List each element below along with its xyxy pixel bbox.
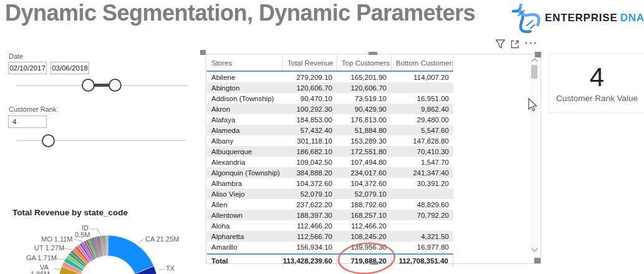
table-cell[interactable]: 48,829.60	[391, 201, 453, 208]
table-row[interactable]: Addison (Township)90,470.1073,519.1016,9…	[207, 93, 453, 104]
table-row[interactable]: Alpharetta112,566.70108,245.204,321.50	[207, 231, 453, 242]
table-cell[interactable]: Aloha	[207, 222, 282, 230]
table-cell[interactable]: Allentown	[207, 212, 282, 219]
table-cell[interactable]: 165,201.90	[337, 74, 391, 81]
selection-handle-top-middle[interactable]	[368, 52, 377, 55]
date-slider-handle-start[interactable]	[82, 79, 95, 92]
table-row[interactable]: Allentown188,397.30168,257.1070,792.20	[207, 210, 453, 220]
rank-value-input[interactable]	[8, 115, 47, 128]
table-cell[interactable]: Albany	[207, 137, 282, 145]
table-cell[interactable]: 90,470.10	[282, 95, 337, 102]
table-cell[interactable]: 176,813.00	[337, 116, 391, 124]
table-cell[interactable]: 73,519.10	[337, 95, 391, 102]
table-cell[interactable]: 5,547.60	[391, 127, 453, 134]
selection-handle-top-left[interactable]	[200, 50, 206, 55]
table-row[interactable]: Allen237,622.20188,792.6048,829.60	[207, 199, 453, 210]
table-cell[interactable]: Alameda	[207, 127, 282, 134]
table-cell[interactable]: 168,257.10	[337, 212, 391, 219]
table-cell[interactable]: Abington	[207, 84, 282, 92]
table-cell[interactable]: Aliso Viejo	[207, 190, 282, 198]
table-cell[interactable]: 153,289.30	[337, 137, 391, 145]
table-cell[interactable]: 241,347.40	[391, 169, 453, 177]
table-cell[interactable]: 279,209.10	[282, 74, 337, 81]
table-cell[interactable]: 237,622.20	[282, 201, 337, 208]
table-cell[interactable]: 112,466.20	[337, 222, 391, 230]
date-slider-handle-end[interactable]	[108, 79, 122, 92]
table-cell[interactable]: 30,391.20	[391, 180, 453, 187]
table-cell[interactable]: 4,321.50	[391, 233, 453, 240]
table-row[interactable]: Alexandria109,042.50107,494.801,547.70	[207, 157, 453, 167]
column-header[interactable]: Bottom Customers	[391, 55, 453, 71]
table-cell[interactable]: 104,372.60	[282, 180, 337, 187]
table-cell[interactable]: 107,494.80	[337, 159, 391, 166]
table-cell[interactable]: 234,017.60	[337, 169, 391, 177]
table-row[interactable]: Amarillo156,934.10139,956.3016,977.80	[207, 242, 453, 252]
table-cell[interactable]: 188,397.30	[282, 212, 337, 219]
table-cell[interactable]: 52,079.10	[282, 190, 337, 198]
table-row[interactable]: Aliso Viejo52,079.1052,079.10	[207, 188, 453, 199]
table-cell[interactable]: Abilene	[207, 74, 282, 81]
table-cell[interactable]: 384,888.20	[282, 169, 337, 177]
table-cell[interactable]: 57,432.40	[282, 127, 337, 134]
table-cell[interactable]: 70,410.30	[391, 148, 453, 155]
table-cell[interactable]: 301,118.10	[282, 137, 337, 145]
table-cell[interactable]: 1,547.70	[391, 159, 453, 166]
more-options-icon[interactable]: ···	[525, 37, 538, 48]
table-row[interactable]: Alhambra104,372.60104,372.6030,391.20	[207, 178, 453, 188]
table-row[interactable]: Albany301,118.10153,289.30147,828.80	[207, 135, 453, 146]
table-cell[interactable]: Akron	[207, 105, 282, 113]
table-row[interactable]: Albuquerque186,682.10172,551.8070,410.30	[207, 146, 453, 157]
column-header[interactable]: Stores	[207, 59, 282, 67]
table-cell[interactable]: 120,606.70	[282, 84, 337, 92]
table-cell[interactable]: 112,466.20	[282, 222, 337, 230]
table-cell[interactable]: Amarillo	[207, 243, 282, 251]
table-cell[interactable]: 29,480.00	[391, 116, 453, 124]
table-cell[interactable]: Alafaya	[207, 116, 282, 124]
table-cell[interactable]: 104,372.60	[337, 180, 391, 187]
scrollbar-thumb[interactable]	[531, 65, 537, 79]
focus-mode-icon[interactable]	[510, 39, 520, 49]
table-cell[interactable]: 186,682.10	[282, 148, 337, 155]
table-row[interactable]: Algonquin (Township)384,888.20234,017.60…	[207, 167, 453, 178]
table-cell[interactable]: 90,429.90	[337, 105, 391, 113]
table-cell[interactable]: Albuquerque	[207, 148, 282, 155]
table-cell[interactable]: 184,853.00	[282, 116, 337, 124]
table-cell[interactable]: Allen	[207, 201, 282, 208]
table-cell[interactable]: 16,951.00	[391, 95, 453, 102]
table-cell[interactable]: 100,292.30	[282, 105, 337, 113]
date-end-input[interactable]	[50, 62, 89, 74]
table-cell[interactable]: 114,007.20	[391, 74, 453, 81]
table-row[interactable]: Aloha112,466.20112,466.20	[207, 220, 453, 231]
total-cell[interactable]: 113,428,239.60	[282, 255, 337, 267]
table-cell[interactable]: 52,079.10	[337, 190, 391, 198]
table-cell[interactable]: 70,792.20	[391, 212, 453, 219]
selection-handle-top-right[interactable]	[535, 52, 541, 57]
table-cell[interactable]: 147,828.80	[391, 137, 453, 145]
table-cell[interactable]: Alpharetta	[207, 233, 282, 240]
column-header[interactable]: Top Customers	[337, 55, 391, 71]
table-cell[interactable]: 112,566.70	[282, 233, 337, 240]
table-cell[interactable]: 108,245.20	[337, 233, 391, 240]
total-cell[interactable]: Total	[207, 257, 282, 265]
table-cell[interactable]: 9,862.40	[391, 105, 453, 113]
table-cell[interactable]: 109,042.50	[282, 159, 337, 166]
column-header[interactable]: Total Revenue	[282, 55, 337, 71]
filter-icon[interactable]	[495, 39, 506, 49]
table-cell[interactable]: 16,977.80	[391, 243, 453, 251]
table-row[interactable]: Abington120,606.70120,606.70	[207, 82, 453, 93]
table-cell[interactable]: 188,792.60	[337, 201, 391, 208]
table-row[interactable]: Abilene279,209.10165,201.90114,007.20	[207, 72, 453, 82]
table-cell[interactable]: Alexandria	[207, 159, 282, 166]
table-row[interactable]: Alafaya184,853.00176,813.0029,480.00	[207, 114, 453, 125]
selection-handle-bottom-right[interactable]	[534, 258, 541, 263]
date-start-input[interactable]	[8, 62, 47, 74]
table-cell[interactable]: 51,884.80	[337, 127, 391, 134]
table-cell[interactable]: 156,934.10	[282, 243, 337, 251]
rank-slider-handle[interactable]	[42, 134, 55, 147]
table-cell[interactable]: 120,606.70	[337, 84, 391, 92]
table-scrollbar[interactable]	[530, 55, 539, 253]
table-cell[interactable]: 172,551.80	[337, 148, 391, 155]
table-row[interactable]: Akron100,292.3090,429.909,862.40	[207, 104, 453, 114]
table-cell[interactable]: Alhambra	[207, 180, 282, 187]
table-cell[interactable]: Algonquin (Township)	[207, 169, 282, 177]
